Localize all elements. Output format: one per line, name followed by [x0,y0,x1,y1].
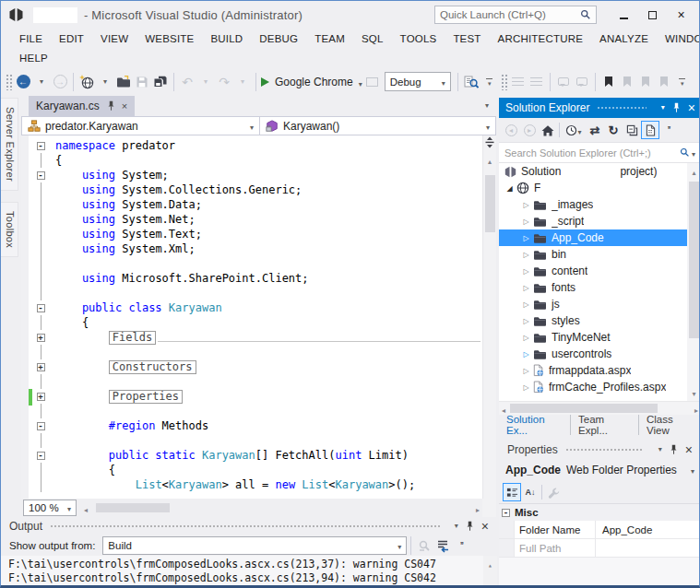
menu-item-debug[interactable]: DEBUG [251,29,306,48]
chevron-right-icon[interactable] [521,267,531,276]
tree-item[interactable]: fonts [499,279,700,296]
maximize-button[interactable] [638,5,667,25]
tab-toolbox[interactable]: Toolbox [1,202,18,257]
undo-dropdown[interactable] [197,72,214,92]
chevron-expanded-icon[interactable] [504,184,515,193]
menu-item-window[interactable]: WINDOW [657,29,700,48]
pin-icon[interactable] [107,100,115,112]
breadcrumb-member-dropdown[interactable]: Karyawan() [260,117,495,135]
toolbar-options-button[interactable] [481,73,498,91]
outline-collapse-icon[interactable] [33,418,48,433]
property-row[interactable]: Folder Name App_Code [499,521,700,539]
tree-item[interactable]: bin [499,246,700,263]
alphabetical-button[interactable]: A↓ [521,483,540,501]
tree-item[interactable]: usercontrols [499,346,700,362]
chevron-right-icon[interactable] [521,251,531,259]
collapse-all-button[interactable] [623,121,641,139]
chevron-right-icon[interactable] [521,201,531,209]
sync-with-active-document-button[interactable] [586,121,604,139]
navigate-backward-dropdown[interactable] [33,72,50,92]
save-button[interactable] [134,72,150,92]
property-row[interactable]: Full Path [499,539,700,558]
menu-item-view[interactable]: VIEW [92,29,136,48]
output-title-bar[interactable]: Output [1,517,497,535]
quick-launch-input[interactable]: Quick Launch (Ctrl+Q) [434,6,597,24]
menu-item-edit[interactable]: EDIT [51,29,92,48]
close-icon[interactable] [688,101,695,114]
window-position-dropdown[interactable] [455,523,458,530]
menu-item-analyze[interactable]: ANALYZE [591,29,657,48]
property-category[interactable]: Misc [499,504,700,521]
tab-server-explorer[interactable]: Server Explorer [1,98,18,191]
navigate-backward-button[interactable] [15,72,31,92]
scrollbar-track[interactable] [90,502,473,513]
tree-item[interactable]: TinyMceNet [499,329,700,346]
categorized-button[interactable] [503,483,521,501]
collapsed-region-constructors[interactable]: Constructors [109,360,196,374]
menu-item-file[interactable]: FILE [11,29,51,48]
output-source-select[interactable]: Build [102,536,407,555]
close-icon[interactable] [481,520,489,533]
close-button[interactable] [667,5,695,25]
outline-collapse-icon[interactable] [33,138,48,153]
properties-title-bar[interactable]: Properties [499,441,700,459]
menu-item-website[interactable]: WEBSITE [136,29,202,48]
scrollbar-thumb[interactable] [510,404,658,413]
toolbar-overflow[interactable] [659,121,678,139]
horizontal-scrollbar[interactable] [81,499,496,517]
show-all-files-button[interactable] [641,121,659,139]
forward-button[interactable] [520,121,539,139]
document-tab[interactable]: Karyawan.cs [29,96,135,116]
menu-item-sql[interactable]: SQL [353,29,392,48]
chevron-right-icon[interactable] [521,367,531,375]
toolbar-overflow[interactable] [453,535,469,556]
scroll-left-icon[interactable] [81,500,90,516]
chevron-right-icon[interactable] [521,218,531,226]
tree-item[interactable]: frmappdata.aspx [499,362,700,379]
next-bookmark-button[interactable] [637,72,654,92]
collapse-category-icon[interactable] [502,509,510,517]
previous-bookmark-button[interactable] [619,72,635,92]
tree-item[interactable]: _images [499,196,700,213]
collapsed-region-fields[interactable]: Fields [109,331,156,345]
outline-collapse-icon[interactable] [33,448,48,463]
scroll-down-icon[interactable] [692,386,695,399]
pin-icon[interactable] [672,102,681,113]
collapsed-region-properties[interactable]: Properties [109,390,183,404]
vs-logo-icon[interactable] [8,7,24,22]
save-all-button[interactable] [152,72,169,92]
menu-item-test[interactable]: TEST [445,29,489,48]
chevron-right-icon[interactable] [521,350,531,359]
new-web-item-button[interactable] [78,72,95,92]
minimize-button[interactable] [610,5,638,25]
outline-collapse-icon[interactable] [33,168,48,182]
chevron-right-icon[interactable] [521,284,531,292]
pin-icon[interactable] [466,521,474,532]
project-node[interactable]: F [499,180,700,196]
outline-expand-icon[interactable] [33,330,48,345]
toggle-bookmark-button[interactable] [600,72,617,92]
scrollbar-thumb[interactable] [689,182,699,338]
pin-icon[interactable] [670,444,678,455]
code-editor[interactable]: namespace predator { using System; using… [21,135,496,499]
scrollbar-track[interactable] [508,404,692,413]
outline-collapse-icon[interactable] [33,300,48,315]
chevron-right-icon[interactable] [521,317,531,325]
tree-item[interactable]: frmCache_Profiles.aspx [499,379,700,395]
comment-button[interactable] [555,72,572,92]
window-position-dropdown[interactable] [661,104,665,112]
scroll-up-icon[interactable] [488,558,492,572]
close-icon[interactable] [685,443,693,456]
clear-bookmarks-button[interactable] [656,72,672,92]
menu-item-tools[interactable]: TOOLS [392,29,445,48]
chevron-right-icon[interactable] [521,334,531,342]
scroll-up-icon[interactable] [488,151,492,168]
increase-indent-button[interactable] [528,72,545,92]
menu-item-build[interactable]: BUILD [202,29,251,48]
tree-item[interactable]: _script [499,213,700,229]
outline-expand-icon[interactable] [33,389,48,404]
split-handle-icon[interactable] [484,136,495,148]
scroll-up-icon[interactable] [692,165,695,178]
navigate-forward-button[interactable] [52,72,68,92]
panel-tab-class-view[interactable]: Class View [638,415,700,435]
